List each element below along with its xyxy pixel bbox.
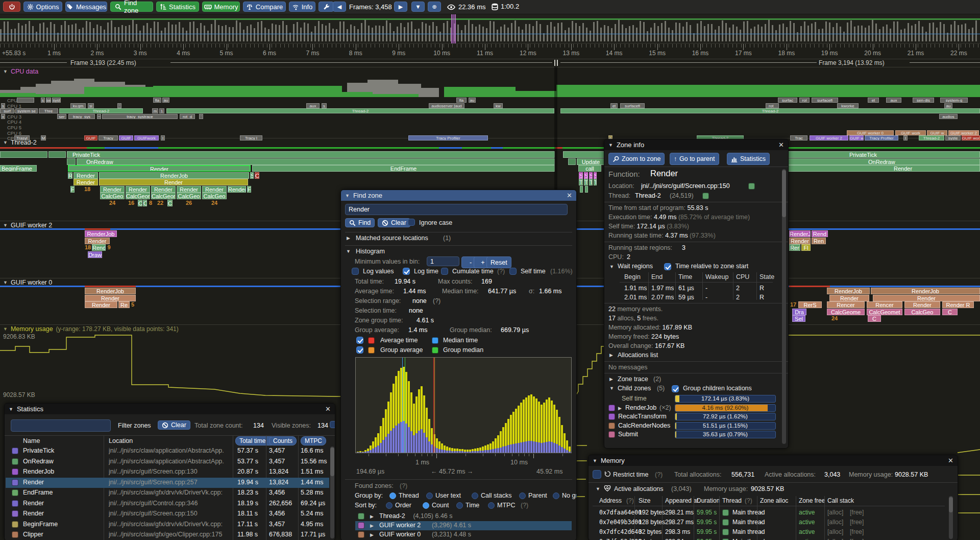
memory-titlebar[interactable]: ▼Memory✕ [589, 455, 958, 466]
stats-row[interactable]: Clipperjni/../jni/src/claw/gfx/geo/Clipp… [6, 530, 329, 540]
cpu-zone[interactable]: GUIF w [849, 135, 864, 140]
cpu-zone[interactable]: ser [57, 114, 66, 119]
child-zone-row[interactable]: RecalcTransform72.92 µs (1.62%) [604, 413, 788, 421]
timeline-zone[interactable]: RenderJob [871, 288, 980, 294]
cpu-zone[interactable]: Thre [39, 108, 58, 113]
group-by-radio-call-stacks[interactable] [472, 492, 478, 499]
scrollbar-thumb[interactable] [949, 497, 953, 512]
cpu-zone[interactable]: au [162, 98, 169, 103]
clear-filter-button[interactable]: Clear [158, 420, 190, 430]
callstack-alloc-link[interactable]: [alloc] [827, 538, 843, 540]
location-swatch[interactable] [748, 183, 755, 190]
cpu-zone[interactable]: Tracy I [240, 135, 262, 140]
timeline-zone[interactable]: Rend [92, 244, 106, 251]
memory-row[interactable]: 0x7e049b3d00128 bytes298.27 ms59.95 sMai… [589, 518, 946, 528]
memory-row[interactable]: 0x7dfc42d64032 bytes298.3 ms59.95 sMain … [589, 528, 946, 537]
timeline-zone[interactable]: 17 [789, 301, 797, 308]
cpu-zone[interactable]: aux [306, 103, 320, 108]
search-input[interactable]: Render [345, 204, 568, 215]
timeline-zone[interactable]: Render [100, 186, 125, 193]
child-zone-row[interactable]: Self time172.14 µs (3.83%) [604, 395, 788, 403]
callstack-free-link[interactable]: [free] [850, 509, 864, 516]
cpu-zone[interactable]: Trasyl [14, 135, 30, 140]
cpu-zone[interactable]: syst [52, 98, 61, 103]
cpu-zone[interactable]: m [152, 108, 158, 113]
sort-by-radio-mtpc[interactable] [488, 502, 495, 509]
timeline-zone[interactable]: 18 [85, 244, 91, 251]
child-zone-row[interactable]: ▶RenderJob(×2)4.16 ms (92.60%) [604, 404, 788, 412]
timeline-zone[interactable]: Fl [801, 244, 811, 251]
cpu-zone[interactable]: surfacefl [620, 103, 645, 108]
timeline-zone[interactable]: CalcGeor [151, 193, 176, 199]
collapse-triangle-icon[interactable]: ▼ [596, 486, 600, 491]
section-header-guif-worker-2[interactable]: ▼GUIF worker 2 [3, 222, 52, 229]
timeline-zone[interactable]: 8 [148, 200, 153, 206]
memory-row[interactable]: 0x7dfaa64e00192 bytes298.21 ms59.95 sMai… [589, 508, 946, 518]
timeline-zone[interactable]: Re [118, 301, 130, 308]
section-header-guif-worker-0[interactable]: ▼GUIF worker 0 [3, 279, 52, 286]
timeline-zone[interactable]: Render [126, 186, 150, 193]
timeline-zone[interactable] [67, 158, 76, 165]
collapse-triangle-icon[interactable]: ▼ [346, 249, 351, 254]
group-by-radio-no-groupi[interactable] [553, 492, 559, 499]
cpu-zone[interactable]: GUIFwork [134, 135, 159, 140]
timeline-zone[interactable] [568, 158, 576, 165]
cpu-zone[interactable]: et [610, 103, 618, 108]
timeline-zone[interactable]: T [594, 179, 597, 185]
cpu-zone[interactable]: Tracy Profiler [408, 135, 488, 140]
cpu-zone[interactable]: fla [153, 98, 161, 103]
timeline-zone[interactable]: Rend [812, 230, 828, 237]
stats-row[interactable]: RenderJobjni/../jni/src/guif/Screen.cpp:… [6, 467, 329, 477]
timeline-zone[interactable]: CalcGeo [100, 193, 125, 199]
cpu-zone[interactable]: au [469, 98, 476, 103]
callstack-alloc-link[interactable]: [alloc] [827, 519, 843, 526]
cpu-zone[interactable]: au [944, 103, 952, 108]
histogram-plot[interactable] [355, 357, 572, 453]
cpu-zone[interactable]: GUIF [119, 135, 133, 140]
cpu-zone[interactable]: rot_ [766, 103, 779, 108]
expand-arrow-icon[interactable]: ▶ [609, 377, 613, 382]
collapse-triangle-icon[interactable]: ▼ [609, 386, 614, 391]
cpu-zone[interactable]: rot_d [180, 114, 195, 119]
collapse-triangle-icon[interactable]: ▼ [3, 69, 8, 74]
cpu-zone[interactable]: I [161, 135, 165, 140]
timeline-zone[interactable]: Update [577, 158, 605, 165]
timeline-zone[interactable] [580, 186, 583, 193]
timeline-zone[interactable]: RerS [798, 301, 822, 308]
timeline-zone[interactable]: Rencer [827, 301, 865, 308]
timeline-zone[interactable]: 18 [76, 186, 99, 193]
callstack-free-link[interactable]: [free] [850, 528, 864, 535]
focus-frame-button[interactable]: ⊕ [428, 2, 441, 12]
collapse-triangle-icon[interactable]: ▼ [3, 280, 8, 285]
timeline-zone[interactable] [585, 186, 588, 193]
found-zone-group[interactable]: ▶GUIF worker 2(3,296) 4.61 s [355, 521, 572, 530]
legend-checkbox[interactable] [356, 346, 363, 354]
timeline-zone[interactable]: Render [85, 238, 110, 244]
col-mtpc-header[interactable]: MTPC [301, 436, 326, 445]
timeline-zone[interactable]: 24 [827, 315, 842, 322]
timeline-zone[interactable]: CalcGeome [126, 193, 150, 199]
toolbar-button-memory[interactable]: Memory [202, 2, 240, 12]
timeline-zone[interactable]: Sc [579, 172, 583, 179]
callstack-alloc-link[interactable]: [alloc] [827, 528, 843, 535]
cpu-zone[interactable]: sen-dis [913, 98, 934, 103]
timeline-zone[interactable]: Ren [812, 238, 826, 244]
restrict-time-checkbox[interactable] [593, 470, 601, 479]
timeline-zone[interactable]: Tj [584, 179, 588, 185]
min-bin-input[interactable]: 1 [427, 256, 459, 266]
cpu-zone[interactable]: GUIF worker 0 [847, 130, 894, 135]
log-time-checkbox[interactable] [403, 268, 410, 275]
section-header-memory-usage[interactable]: ▼Memory usage(y-range: 178.27 KB, visibl… [3, 325, 179, 333]
group-by-radio-thread[interactable] [389, 492, 396, 499]
timeline-zone[interactable]: S [250, 172, 254, 179]
found-zone-group[interactable]: ▶GUIF worker 0(3,231) 4.48 s [355, 530, 572, 539]
cpu-zone[interactable]: GUIF worker 2 [810, 135, 848, 140]
time-relative-checkbox[interactable] [664, 263, 671, 270]
memory-row[interactable]: 0x7dfc53d8988 bytes298.34 ms59.95 sMain … [589, 537, 946, 540]
timeline-zone[interactable]: 16 [126, 200, 137, 206]
timeline-zone[interactable]: Render [177, 186, 201, 193]
timeline-zone[interactable]: RenderJob [85, 230, 117, 237]
log-values-checkbox[interactable] [352, 268, 359, 275]
cpu-zone[interactable]: GUIF w [927, 130, 947, 135]
timeline-zone[interactable]: BeginFrame [0, 165, 37, 172]
